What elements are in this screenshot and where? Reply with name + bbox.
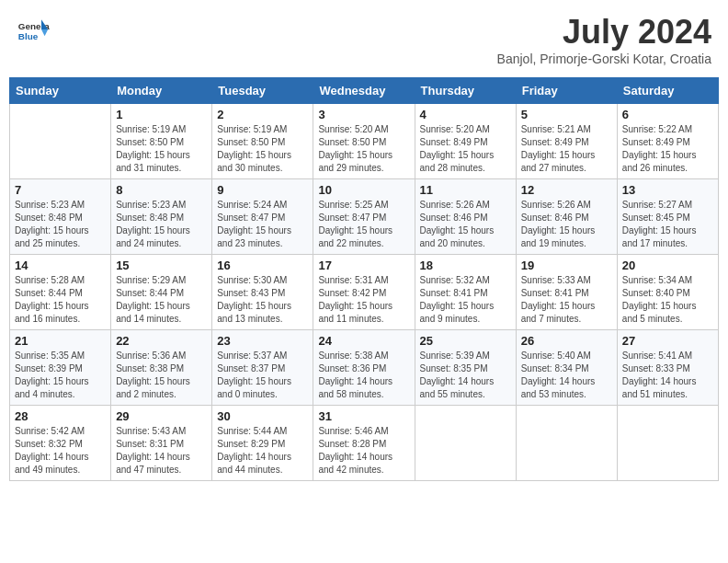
day-info: Sunrise: 5:31 AM Sunset: 8:42 PM Dayligh… xyxy=(318,274,409,326)
day-number: 13 xyxy=(622,183,713,197)
calendar-cell xyxy=(10,104,111,179)
svg-marker-3 xyxy=(41,29,48,36)
calendar-cell: 16Sunrise: 5:30 AM Sunset: 8:43 PM Dayli… xyxy=(212,255,313,330)
day-number: 22 xyxy=(116,334,207,348)
calendar-cell: 27Sunrise: 5:41 AM Sunset: 8:33 PM Dayli… xyxy=(617,330,718,406)
calendar-cell: 15Sunrise: 5:29 AM Sunset: 8:44 PM Dayli… xyxy=(111,255,212,330)
day-info: Sunrise: 5:33 AM Sunset: 8:41 PM Dayligh… xyxy=(521,274,612,326)
day-number: 9 xyxy=(217,183,308,197)
calendar-table: SundayMondayTuesdayWednesdayThursdayFrid… xyxy=(9,77,719,481)
day-number: 28 xyxy=(15,409,106,423)
day-number: 20 xyxy=(622,259,713,272)
day-info: Sunrise: 5:34 AM Sunset: 8:40 PM Dayligh… xyxy=(622,274,713,326)
day-number: 10 xyxy=(318,183,409,197)
day-of-week-header: Sunday xyxy=(10,78,111,104)
logo: General Blue xyxy=(17,13,51,46)
calendar-cell xyxy=(617,406,718,481)
day-number: 5 xyxy=(521,108,612,121)
day-number: 17 xyxy=(318,259,409,272)
day-info: Sunrise: 5:24 AM Sunset: 8:47 PM Dayligh… xyxy=(217,199,308,250)
page-header: General Blue July 2024 Banjol, Primorje-… xyxy=(9,9,719,70)
calendar-week-row: 28Sunrise: 5:42 AM Sunset: 8:32 PM Dayli… xyxy=(10,406,719,481)
calendar-cell: 1Sunrise: 5:19 AM Sunset: 8:50 PM Daylig… xyxy=(111,104,212,179)
day-number: 24 xyxy=(318,334,409,348)
day-info: Sunrise: 5:21 AM Sunset: 8:49 PM Dayligh… xyxy=(521,123,612,175)
calendar-cell: 13Sunrise: 5:27 AM Sunset: 8:45 PM Dayli… xyxy=(617,179,718,255)
calendar-week-row: 1Sunrise: 5:19 AM Sunset: 8:50 PM Daylig… xyxy=(10,104,719,179)
day-info: Sunrise: 5:36 AM Sunset: 8:38 PM Dayligh… xyxy=(116,350,207,401)
day-number: 6 xyxy=(622,108,713,121)
calendar-cell: 30Sunrise: 5:44 AM Sunset: 8:29 PM Dayli… xyxy=(212,406,313,481)
logo-icon: General Blue xyxy=(17,13,50,46)
day-number: 19 xyxy=(521,259,612,272)
calendar-cell: 12Sunrise: 5:26 AM Sunset: 8:46 PM Dayli… xyxy=(516,179,617,255)
day-info: Sunrise: 5:27 AM Sunset: 8:45 PM Dayligh… xyxy=(622,199,713,250)
calendar-cell xyxy=(516,406,617,481)
calendar-cell: 6Sunrise: 5:22 AM Sunset: 8:49 PM Daylig… xyxy=(617,104,718,179)
calendar-cell: 18Sunrise: 5:32 AM Sunset: 8:41 PM Dayli… xyxy=(415,255,516,330)
day-number: 8 xyxy=(116,183,207,197)
day-number: 25 xyxy=(420,334,511,348)
calendar-cell: 17Sunrise: 5:31 AM Sunset: 8:42 PM Dayli… xyxy=(313,255,415,330)
day-info: Sunrise: 5:26 AM Sunset: 8:46 PM Dayligh… xyxy=(521,199,612,250)
day-info: Sunrise: 5:23 AM Sunset: 8:48 PM Dayligh… xyxy=(116,199,207,250)
day-number: 18 xyxy=(420,259,511,272)
day-number: 2 xyxy=(217,108,308,121)
day-info: Sunrise: 5:23 AM Sunset: 8:48 PM Dayligh… xyxy=(15,199,106,250)
day-number: 30 xyxy=(217,409,308,423)
svg-text:Blue: Blue xyxy=(18,31,39,41)
day-number: 1 xyxy=(116,108,207,121)
day-info: Sunrise: 5:25 AM Sunset: 8:47 PM Dayligh… xyxy=(318,199,409,250)
day-info: Sunrise: 5:19 AM Sunset: 8:50 PM Dayligh… xyxy=(217,123,308,175)
day-info: Sunrise: 5:28 AM Sunset: 8:44 PM Dayligh… xyxy=(15,274,106,326)
calendar-cell: 4Sunrise: 5:20 AM Sunset: 8:49 PM Daylig… xyxy=(415,104,516,179)
day-info: Sunrise: 5:30 AM Sunset: 8:43 PM Dayligh… xyxy=(217,274,308,326)
calendar-cell: 22Sunrise: 5:36 AM Sunset: 8:38 PM Dayli… xyxy=(111,330,212,406)
day-number: 15 xyxy=(116,259,207,272)
day-number: 23 xyxy=(217,334,308,348)
calendar-cell: 14Sunrise: 5:28 AM Sunset: 8:44 PM Dayli… xyxy=(10,255,111,330)
day-info: Sunrise: 5:35 AM Sunset: 8:39 PM Dayligh… xyxy=(15,350,106,401)
day-number: 3 xyxy=(318,108,409,121)
day-of-week-header: Monday xyxy=(111,78,212,104)
calendar-cell: 31Sunrise: 5:46 AM Sunset: 8:28 PM Dayli… xyxy=(313,406,415,481)
day-number: 31 xyxy=(318,409,409,423)
calendar-week-row: 7Sunrise: 5:23 AM Sunset: 8:48 PM Daylig… xyxy=(10,179,719,255)
day-info: Sunrise: 5:22 AM Sunset: 8:49 PM Dayligh… xyxy=(622,123,713,175)
day-info: Sunrise: 5:37 AM Sunset: 8:37 PM Dayligh… xyxy=(217,350,308,401)
calendar-cell: 7Sunrise: 5:23 AM Sunset: 8:48 PM Daylig… xyxy=(10,179,111,255)
day-info: Sunrise: 5:43 AM Sunset: 8:31 PM Dayligh… xyxy=(116,425,207,477)
day-info: Sunrise: 5:40 AM Sunset: 8:34 PM Dayligh… xyxy=(521,350,612,401)
calendar-cell: 20Sunrise: 5:34 AM Sunset: 8:40 PM Dayli… xyxy=(617,255,718,330)
day-info: Sunrise: 5:44 AM Sunset: 8:29 PM Dayligh… xyxy=(217,425,308,477)
location-subtitle: Banjol, Primorje-Gorski Kotar, Croatia xyxy=(497,52,711,66)
calendar-cell: 28Sunrise: 5:42 AM Sunset: 8:32 PM Dayli… xyxy=(10,406,111,481)
day-info: Sunrise: 5:32 AM Sunset: 8:41 PM Dayligh… xyxy=(420,274,511,326)
calendar-cell xyxy=(415,406,516,481)
month-year-title: July 2024 xyxy=(497,13,711,52)
calendar-cell: 2Sunrise: 5:19 AM Sunset: 8:50 PM Daylig… xyxy=(212,104,313,179)
days-of-week-row: SundayMondayTuesdayWednesdayThursdayFrid… xyxy=(10,78,719,104)
calendar-cell: 25Sunrise: 5:39 AM Sunset: 8:35 PM Dayli… xyxy=(415,330,516,406)
calendar-cell: 8Sunrise: 5:23 AM Sunset: 8:48 PM Daylig… xyxy=(111,179,212,255)
day-info: Sunrise: 5:38 AM Sunset: 8:36 PM Dayligh… xyxy=(318,350,409,401)
day-info: Sunrise: 5:26 AM Sunset: 8:46 PM Dayligh… xyxy=(420,199,511,250)
calendar-cell: 19Sunrise: 5:33 AM Sunset: 8:41 PM Dayli… xyxy=(516,255,617,330)
calendar-cell: 23Sunrise: 5:37 AM Sunset: 8:37 PM Dayli… xyxy=(212,330,313,406)
day-of-week-header: Wednesday xyxy=(313,78,415,104)
day-of-week-header: Saturday xyxy=(617,78,718,104)
day-number: 26 xyxy=(521,334,612,348)
day-info: Sunrise: 5:41 AM Sunset: 8:33 PM Dayligh… xyxy=(622,350,713,401)
calendar-cell: 29Sunrise: 5:43 AM Sunset: 8:31 PM Dayli… xyxy=(111,406,212,481)
day-of-week-header: Friday xyxy=(516,78,617,104)
day-number: 21 xyxy=(15,334,106,348)
day-number: 11 xyxy=(420,183,511,197)
calendar-cell: 3Sunrise: 5:20 AM Sunset: 8:50 PM Daylig… xyxy=(313,104,415,179)
calendar-cell: 26Sunrise: 5:40 AM Sunset: 8:34 PM Dayli… xyxy=(516,330,617,406)
day-info: Sunrise: 5:20 AM Sunset: 8:49 PM Dayligh… xyxy=(420,123,511,175)
day-number: 16 xyxy=(217,259,308,272)
day-info: Sunrise: 5:29 AM Sunset: 8:44 PM Dayligh… xyxy=(116,274,207,326)
day-info: Sunrise: 5:19 AM Sunset: 8:50 PM Dayligh… xyxy=(116,123,207,175)
title-area: July 2024 Banjol, Primorje-Gorski Kotar,… xyxy=(497,13,711,66)
calendar-cell: 11Sunrise: 5:26 AM Sunset: 8:46 PM Dayli… xyxy=(415,179,516,255)
